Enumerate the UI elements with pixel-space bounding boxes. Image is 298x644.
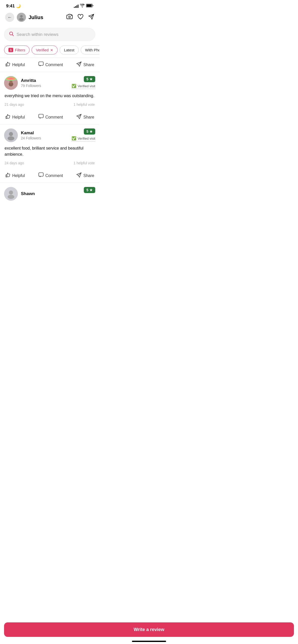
svg-rect-12 [39, 114, 43, 118]
helpful-votes-kamal: 1 helpful vote [74, 161, 95, 165]
comment-label: Comment [45, 63, 63, 67]
review-header-amritta: Amritta 79 Followers 5 ★ ✅ Verified visi… [4, 76, 95, 90]
filter-verified-label: Verified [36, 48, 49, 52]
review-card-kamal: Kamal 24 Followers 5 ★ ✅ Verified visit … [0, 124, 99, 169]
reviewer-info-amritta: Amritta 79 Followers [4, 76, 41, 90]
reviewer-details-kamal: Kamal 24 Followers [21, 130, 41, 140]
filter-chip-filters[interactable]: 1 Filters [4, 46, 30, 54]
svg-point-3 [19, 18, 24, 21]
header-left: ← Julius [5, 13, 43, 22]
svg-point-11 [9, 80, 12, 83]
filters-row: 1 Filters Verified ✕ Latest With Photos … [0, 43, 99, 57]
reviewer-followers-amritta: 79 Followers [21, 84, 41, 88]
signal-icon [74, 4, 78, 8]
review-time-amritta: 21 days ago [5, 103, 24, 107]
comment-button[interactable]: Comment [38, 61, 63, 68]
action-row-kamal: Helpful Comment Share [0, 169, 99, 183]
wifi-icon [80, 4, 85, 8]
star-rating-shawn: 5 ★ [84, 187, 95, 193]
thumbs-up-icon [5, 61, 11, 68]
header-actions [66, 13, 94, 21]
reviewer-name-kamal: Kamal [21, 130, 41, 136]
reviewer-name-amritta: Amritta [21, 78, 41, 83]
share-label-3: Share [83, 173, 94, 178]
helpful-label: Helpful [12, 63, 25, 67]
reviewer-details-shawn: Shawn [21, 191, 35, 196]
svg-point-2 [20, 15, 23, 18]
helpful-button-amritta[interactable]: Helpful [5, 114, 25, 121]
review-meta-amritta: 21 days ago 1 helpful vote [4, 101, 95, 110]
svg-line-8 [12, 35, 13, 36]
camera-plus-icon[interactable] [66, 13, 73, 21]
share-label: Share [83, 63, 94, 67]
review-text-amritta: everything we tried on the menu was outs… [4, 93, 95, 99]
send-icon-3 [76, 172, 82, 179]
filter-chip-verified[interactable]: Verified ✕ [32, 46, 58, 54]
review-header-shawn: Shawn 5 ★ [4, 187, 95, 201]
search-placeholder: Search within reviews [17, 32, 58, 37]
reviewer-avatar-kamal [4, 128, 18, 142]
helpful-votes-amritta: 1 helpful vote [74, 103, 95, 107]
svg-point-16 [9, 191, 13, 195]
reviewer-info-kamal: Kamal 24 Followers [4, 128, 41, 142]
send-icon [76, 61, 82, 68]
page-title: Julius [29, 14, 43, 20]
filter-latest-label: Latest [64, 48, 74, 52]
share-button-kamal[interactable]: Share [76, 172, 94, 179]
comment-icon-3 [38, 172, 44, 179]
helpful-button-kamal[interactable]: Helpful [5, 172, 25, 179]
share-button-amritta[interactable]: Share [76, 114, 94, 121]
svg-point-4 [69, 16, 71, 18]
thumbs-up-icon-2 [5, 114, 11, 121]
verified-badge-amritta: ✅ Verified visit [72, 84, 95, 89]
comment-button-amritta[interactable]: Comment [38, 114, 63, 121]
comment-label-2: Comment [45, 115, 63, 120]
filter-badge: 1 [8, 48, 13, 52]
comment-icon-2 [38, 114, 44, 121]
svg-point-13 [9, 132, 13, 136]
search-icon [9, 31, 14, 38]
page-header: ← Julius [0, 11, 99, 25]
battery-icon [86, 4, 93, 8]
reviewer-avatar-amritta [4, 76, 18, 90]
verified-checkmark-icon-2: ✅ [72, 136, 76, 141]
review-time-kamal: 24 days ago [5, 161, 24, 165]
filter-close-icon[interactable]: ✕ [50, 48, 53, 52]
review-card-shawn: Shawn 5 ★ [0, 183, 99, 229]
helpful-label-2: Helpful [12, 115, 25, 120]
review-badges-kamal: 5 ★ ✅ Verified visit [72, 128, 95, 141]
heart-icon[interactable] [77, 14, 84, 21]
share-icon[interactable] [88, 14, 94, 21]
review-card-amritta: Amritta 79 Followers 5 ★ ✅ Verified visi… [0, 72, 99, 110]
send-icon-2 [76, 114, 82, 121]
status-icons [74, 4, 93, 8]
helpful-button[interactable]: Helpful [5, 61, 25, 68]
review-header-kamal: Kamal 24 Followers 5 ★ ✅ Verified visit [4, 128, 95, 142]
svg-point-17 [8, 195, 14, 199]
back-arrow-icon: ← [7, 15, 12, 20]
reviewer-info-shawn: Shawn [4, 187, 35, 201]
svg-rect-9 [39, 62, 43, 65]
user-avatar [17, 13, 26, 22]
comment-button-kamal[interactable]: Comment [38, 172, 63, 179]
reviewer-details-amritta: Amritta 79 Followers [21, 78, 41, 88]
search-container: Search within reviews [0, 25, 99, 43]
review-text-kamal: excellent food, brilliant service and be… [4, 145, 95, 157]
moon-icon: 🌙 [16, 4, 21, 8]
reviewer-name-shawn: Shawn [21, 191, 35, 196]
filter-chip-latest[interactable]: Latest [60, 46, 79, 54]
filter-photos-label: With Photos [85, 48, 99, 52]
filter-chip-with-photos[interactable]: With Photos [81, 46, 99, 54]
review-badges-amritta: 5 ★ ✅ Verified visit [72, 76, 95, 89]
reviewer-followers-kamal: 24 Followers [21, 136, 41, 140]
svg-rect-1 [87, 4, 92, 7]
svg-rect-15 [39, 173, 43, 176]
svg-point-14 [8, 136, 14, 140]
search-bar[interactable]: Search within reviews [4, 28, 95, 41]
comment-label-3: Comment [45, 173, 63, 178]
reviewer-avatar-shawn [4, 187, 18, 201]
share-button[interactable]: Share [76, 61, 94, 68]
star-rating-kamal: 5 ★ [84, 128, 95, 135]
back-button[interactable]: ← [5, 13, 14, 22]
review-meta-kamal: 24 days ago 1 helpful vote [4, 160, 95, 169]
